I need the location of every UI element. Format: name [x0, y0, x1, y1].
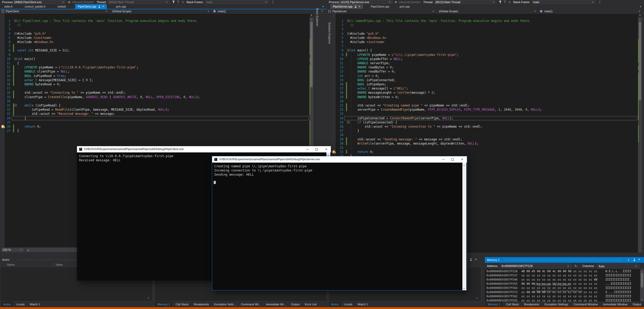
- tool-tab-call-stack[interactable]: Call Stack: [173, 301, 191, 307]
- tool-tab-locals[interactable]: Locals: [14, 301, 27, 307]
- thread-filter-secondary-icon[interactable]: [504, 1, 507, 4]
- fold-marker[interactable]: [347, 20, 350, 22]
- tab-iosfwd[interactable]: iosfwd: [55, 4, 68, 9]
- tool-tab-exception-settings[interactable]: Exception Settings: [542, 301, 571, 307]
- project-scope-combo[interactable]: PipeClient▾: [1, 9, 110, 13]
- maximize-button[interactable]: [448, 156, 457, 163]
- editor-vscroll-thumb[interactable]: [639, 22, 641, 100]
- close-icon[interactable]: ×: [638, 258, 642, 262]
- tab-pipeclient-cpp[interactable]: PipeClient.cpp: [368, 4, 392, 9]
- tool-tab-locals[interactable]: Locals: [341, 301, 355, 307]
- member-combo[interactable]: main()▾: [212, 9, 325, 13]
- member-combo[interactable]: main()▾: [539, 9, 642, 13]
- side-tab-solution-explorer[interactable]: Solution Explorer: [327, 22, 331, 57]
- tool-tab-call-stack[interactable]: Call Stack: [503, 301, 522, 307]
- pin-icon[interactable]: [470, 258, 472, 261]
- thread-filter-secondary-icon[interactable]: [177, 1, 180, 4]
- refresh-icon[interactable]: ↻: [574, 264, 578, 268]
- thread-filter-icon[interactable]: [172, 1, 175, 4]
- chevron-down-icon[interactable]: ▾: [628, 258, 631, 262]
- tool-tab-memory-1[interactable]: Memory 1: [154, 301, 173, 307]
- tool-tab-exception-setti-[interactable]: Exception Setti...: [212, 301, 238, 307]
- scroll-down-icon[interactable]: ▼: [463, 287, 466, 289]
- fold-marker[interactable]: [14, 58, 17, 60]
- tab-list-chevron-icon[interactable]: ▾: [640, 5, 643, 8]
- side-tab-team-explorer[interactable]: Team Explorer: [315, 8, 319, 38]
- maximize-button[interactable]: [312, 146, 321, 152]
- breakpoint-warning-icon[interactable]: !: [332, 150, 337, 154]
- tool-tab-autos[interactable]: Autos: [328, 301, 341, 307]
- scroll-up-icon[interactable]: ▲: [310, 18, 313, 20]
- toolbar-overflow-button[interactable]: ▾: [271, 1, 275, 4]
- tool-tab-breakpoints[interactable]: Breakpoints: [191, 301, 211, 307]
- close-icon[interactable]: ×: [359, 5, 360, 8]
- scroll-up-icon[interactable]: ▲: [463, 163, 466, 166]
- tab-pipeclient-cpp[interactable]: PipeClient.cpp×: [75, 4, 107, 9]
- columns-combo[interactable]: Auto▾: [597, 264, 639, 268]
- splitter-handle[interactable]: ⇕: [309, 14, 313, 17]
- tab-pipeserver-cpp[interactable]: PipeServer.cpp×: [330, 4, 363, 9]
- tool-tab-watch-1[interactable]: Watch 1: [355, 301, 371, 307]
- project-scope-combo[interactable]: PipeServer▾: [328, 9, 436, 13]
- tab-pch-cpp[interactable]: pch.cpp: [397, 4, 413, 9]
- tool-tab-watch-1[interactable]: Watch 1: [27, 301, 43, 307]
- global-scope-combo[interactable]: (Global Scope)▾: [111, 9, 211, 13]
- process-combo[interactable]: [4984] PipeClient.exe▾: [13, 0, 66, 4]
- tool-tab-output[interactable]: Output: [630, 301, 644, 307]
- stack-frame-combo[interactable]: main▾: [532, 0, 595, 4]
- close-button[interactable]: ×: [457, 156, 467, 163]
- tab-pch-cpp[interactable]: pch.cpp: [114, 4, 129, 9]
- scroll-left-icon[interactable]: ◀: [27, 248, 30, 251]
- console-titlebar[interactable]: \\VBOXSVR\Experiments\namedPipes\namedPi…: [77, 146, 331, 152]
- console-window-pipeserver[interactable]: \\VBOXSVR\Experiments\namedPipes\namedPi…: [212, 156, 467, 290]
- tool-tab-error-list[interactable]: Error List: [302, 301, 319, 307]
- pin-icon[interactable]: [98, 5, 100, 8]
- scroll-down-icon[interactable]: ▼: [641, 298, 643, 301]
- scroll-up-icon[interactable]: ▲: [639, 18, 641, 20]
- scroll-up-icon[interactable]: ▲: [327, 153, 330, 156]
- minimize-button[interactable]: [439, 156, 448, 163]
- tool-tab-breakpoints[interactable]: Breakpoints: [521, 301, 542, 307]
- fold-marker[interactable]: [347, 121, 350, 123]
- console-vscrollbar[interactable]: [462, 163, 466, 290]
- address-combo[interactable]: 0x000000E43057F528▾: [500, 264, 571, 268]
- tool-tab-output[interactable]: Output: [288, 301, 302, 307]
- fold-marker[interactable]: [347, 32, 350, 35]
- column-header-name[interactable]: Name: [7, 263, 49, 266]
- tool-tab-command-window[interactable]: Command Window: [571, 301, 600, 307]
- pin-icon[interactable]: [354, 5, 357, 8]
- pin-icon[interactable]: [633, 258, 635, 261]
- editor-vscroll-thumb[interactable]: [310, 22, 313, 87]
- fold-marker[interactable]: [14, 104, 17, 106]
- scroll-up-icon[interactable]: ▲: [641, 270, 643, 272]
- fold-marker[interactable]: [14, 20, 17, 22]
- minimize-button[interactable]: [303, 146, 312, 152]
- tab-corecrt_wstdio-h[interactable]: corecrt_wstdio.h: [22, 4, 48, 9]
- close-icon[interactable]: ×: [475, 258, 479, 262]
- tab-list-chevron-icon[interactable]: ▾: [323, 5, 326, 8]
- tool-tab-immediate-window[interactable]: Immediate Window: [600, 301, 630, 307]
- close-button[interactable]: ×: [321, 146, 331, 152]
- scroll-down-icon[interactable]: ▼: [147, 296, 151, 300]
- tool-tab-immediate-wi-[interactable]: Immediate Wi...: [263, 301, 288, 307]
- stack-frame-combo[interactable]: main▾: [205, 0, 269, 4]
- scroll-down-icon[interactable]: ▼: [476, 296, 479, 300]
- tab-stdio-h[interactable]: stdio.h: [2, 4, 15, 9]
- splitter-handle[interactable]: ⇕: [638, 14, 642, 17]
- breakpoint-warning-icon[interactable]: !: [1, 124, 6, 129]
- close-icon[interactable]: ×: [102, 5, 104, 8]
- process-combo[interactable]: [4120] PipeServer.exe▾: [340, 0, 392, 4]
- thread-combo[interactable]: [9656] Main Thread▾: [108, 0, 170, 4]
- zoom-combo[interactable]: 100 %▾: [1, 248, 25, 252]
- toolbar-overflow-button[interactable]: ▾: [598, 1, 601, 4]
- memory-vscroll-thumb[interactable]: [641, 273, 643, 287]
- thread-combo[interactable]: [9612] Main Thread▾: [434, 0, 496, 4]
- thread-filter-icon[interactable]: [499, 1, 502, 4]
- fold-marker[interactable]: [14, 32, 17, 35]
- tool-tab-autos[interactable]: Autos: [1, 301, 14, 307]
- global-scope-combo[interactable]: (Global Scope)▾: [437, 9, 538, 13]
- fold-marker[interactable]: [347, 49, 350, 51]
- console-titlebar[interactable]: \\VBOXSVR\Experiments\namedPipes\namedPi…: [212, 156, 467, 163]
- tool-tab-command-wi-[interactable]: Command Wi...: [238, 301, 263, 307]
- tool-tab-memory-1[interactable]: Memory 1: [485, 301, 503, 307]
